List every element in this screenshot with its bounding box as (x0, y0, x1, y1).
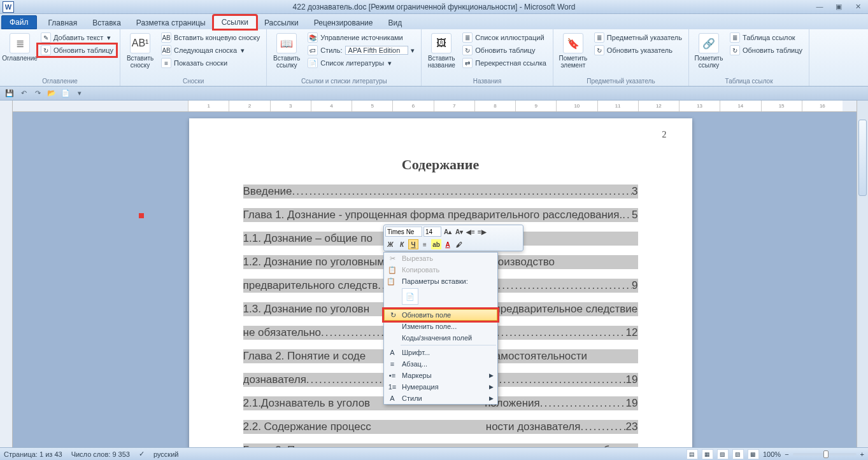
close-button[interactable]: ✕ (850, 3, 865, 11)
decrease-indent-button[interactable]: ◀≡ (466, 227, 476, 237)
status-spell-icon[interactable]: ✓ (139, 450, 145, 458)
insert-toa-button[interactable]: ≣Таблица ссылок (727, 32, 805, 43)
bold-button[interactable]: Ж (385, 239, 395, 249)
update-icon: ↻ (594, 45, 604, 55)
toa-icon: ≣ (730, 32, 740, 43)
toc-line[interactable]: 2.2. Содержание процессности дознавателя… (243, 420, 638, 434)
scroll-thumb[interactable] (858, 120, 867, 196)
update-index-button[interactable]: ↻Обновить указатель (592, 45, 685, 56)
add-text-button[interactable]: ✎Добавить текст▾ (38, 32, 116, 43)
red-marker (139, 213, 144, 218)
increase-indent-button[interactable]: ≡▶ (477, 227, 487, 237)
zoom-thumb[interactable] (823, 450, 829, 458)
format-painter-button[interactable]: 🖌 (454, 239, 464, 249)
insert-index-button[interactable]: ≣Предметный указатель (592, 32, 685, 43)
status-words[interactable]: Число слов: 9 353 (71, 450, 130, 458)
endnote-icon: AB (161, 32, 171, 43)
bibliography-button[interactable]: 📄Список литературы▾ (305, 57, 417, 69)
zoom-in-button[interactable]: + (860, 450, 864, 458)
italic-button[interactable]: К (397, 239, 407, 249)
para-icon: ≡ (387, 358, 398, 370)
group-footnotes: AB¹ Вставить сноску ABВставить концевую … (120, 29, 267, 86)
tab-view[interactable]: Вид (380, 17, 409, 29)
view-print-button[interactable]: ▤ (687, 449, 698, 459)
view-web-button[interactable]: ▧ (717, 449, 729, 459)
manage-sources-button[interactable]: 📚Управление источниками (305, 32, 417, 43)
sources-icon: 📚 (308, 32, 318, 43)
update-toc-button[interactable]: ↻Обновить таблицу (38, 45, 116, 56)
cm-styles[interactable]: AСтили▶ (384, 393, 497, 404)
cm-field-codes[interactable]: Коды/значения полей (384, 332, 497, 344)
undo-button[interactable]: ↶ (18, 88, 29, 99)
view-outline-button[interactable]: ▨ (732, 449, 744, 459)
next-footnote-button[interactable]: ABСледующая сноска▾ (159, 45, 262, 56)
cross-ref-button[interactable]: ⇄Перекрестная ссылка (460, 57, 549, 69)
mark-entry-button[interactable]: 🔖 Пометить элемент (557, 31, 589, 76)
toc-line[interactable]: Глава 1. Дознание - упрощенная форма пре… (243, 208, 638, 222)
grow-font-button[interactable]: A▴ (443, 227, 453, 237)
vertical-scrollbar[interactable] (857, 101, 868, 447)
save-button[interactable]: 💾 (4, 88, 15, 99)
shrink-font-button[interactable]: A▾ (454, 227, 464, 237)
paste-keep-icon[interactable]: 📄 (402, 288, 418, 305)
tab-file[interactable]: Файл (1, 15, 37, 29)
cm-update-field[interactable]: ↻Обновить поле (384, 309, 497, 321)
toc-icon: ≣ (10, 33, 30, 53)
zoom-level[interactable]: 100% (763, 450, 781, 458)
cm-copy: 📋Копировать (384, 264, 497, 275)
cm-bullets[interactable]: •≡Маркеры▶ (384, 370, 497, 381)
ribbon: ≣ Оглавление ✎Добавить текст▾ ↻Обновить … (0, 29, 868, 87)
font-name-input[interactable] (385, 227, 422, 237)
tab-insert[interactable]: Вставка (85, 17, 129, 29)
mark-citation-button[interactable]: 🔗 Пометить ссылку (693, 31, 725, 76)
window-title: 422 дознаватель.doc [Режим ограниченной … (293, 3, 576, 11)
context-menu: ✂Вырезать 📋Копировать 📋Параметры вставки… (383, 252, 498, 405)
quick-access-toolbar: 💾 ↶ ↷ 📂 📄 ▾ (0, 87, 868, 101)
cm-paragraph[interactable]: ≡Абзац... (384, 358, 497, 370)
tab-review[interactable]: Рецензирование (306, 17, 381, 29)
zoom-out-button[interactable]: − (785, 450, 788, 458)
font-size-input[interactable] (423, 227, 441, 237)
update-figlist-button[interactable]: ↻Обновить таблицу (460, 45, 549, 56)
mini-toolbar[interactable]: A▴ A▾ ◀≡ ≡▶ Ж К Ч ≡ ab A 🖌 (383, 225, 523, 251)
show-footnotes-button[interactable]: ≡Показать сноски (159, 57, 262, 69)
cm-edit-field[interactable]: Изменить поле... (384, 321, 497, 332)
insert-citation-button[interactable]: 📖 Вставить ссылку (271, 31, 302, 76)
tab-mailings[interactable]: Рассылки (257, 17, 306, 29)
insert-footnote-button[interactable]: AB¹ Вставить сноску (124, 31, 156, 76)
qat-more[interactable]: ▾ (74, 88, 85, 99)
redo-button[interactable]: ↷ (32, 88, 43, 99)
highlight-button[interactable]: ab (431, 239, 441, 249)
new-button[interactable]: 📄 (60, 88, 71, 99)
view-draft-button[interactable]: ▩ (748, 449, 759, 459)
figures-list-button[interactable]: ≣Список иллюстраций (460, 32, 549, 43)
minimize-button[interactable]: — (812, 3, 827, 11)
open-button[interactable]: 📂 (46, 88, 57, 99)
toc-button[interactable]: ≣ Оглавление (4, 31, 36, 76)
toc-line[interactable]: Введение................................… (243, 185, 638, 199)
update-field-icon: ↻ (387, 309, 399, 321)
restore-button[interactable]: ▣ (831, 3, 846, 11)
font-color-button[interactable]: A (443, 239, 453, 249)
group-index: 🔖 Пометить элемент ≣Предметный указатель… (553, 29, 689, 86)
cm-paste-options[interactable]: 📄 (384, 287, 497, 306)
tab-home[interactable]: Главная (41, 17, 85, 29)
cm-font[interactable]: AШрифт... (384, 347, 497, 358)
bullets-icon: •≡ (387, 370, 398, 381)
update-toa-button[interactable]: ↻Обновить таблицу (727, 45, 805, 56)
group-toc: ≣ Оглавление ✎Добавить текст▾ ↻Обновить … (0, 29, 120, 86)
word-icon: W (3, 1, 14, 13)
tab-references[interactable]: Ссылки (213, 15, 257, 29)
status-page[interactable]: Страница: 1 из 43 (4, 450, 62, 458)
cm-numbering[interactable]: 1≡Нумерация▶ (384, 381, 497, 393)
tab-layout[interactable]: Разметка страницы (129, 17, 213, 29)
insert-caption-button[interactable]: 🖼 Вставить название (425, 31, 457, 76)
insert-endnote-button[interactable]: ABВставить концевую сноску (159, 32, 262, 43)
status-language[interactable]: русский (153, 450, 178, 458)
underline-button[interactable]: Ч (408, 239, 418, 249)
view-read-button[interactable]: ▦ (702, 449, 713, 459)
align-center-button[interactable]: ≡ (420, 239, 430, 249)
footnote-icon: AB¹ (130, 33, 150, 53)
zoom-slider[interactable] (793, 453, 857, 456)
citation-style[interactable]: 🏷Стиль: APA Fifth Edition▾ (305, 45, 417, 56)
